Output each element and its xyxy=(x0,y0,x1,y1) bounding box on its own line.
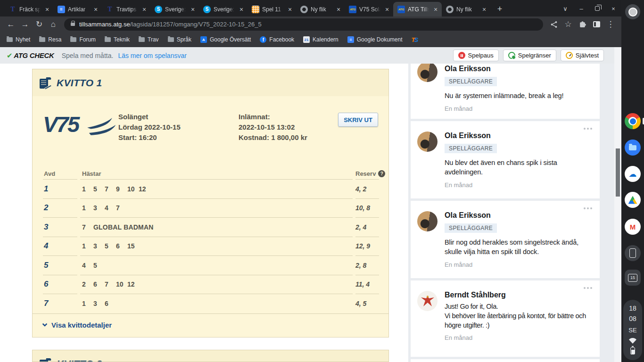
browser-tab[interactable]: Ny flik × xyxy=(296,2,345,16)
gmail-app-icon[interactable]: M xyxy=(625,219,641,235)
browser-tab-active[interactable]: ATG ATG Tills × xyxy=(393,2,442,16)
tab-title: Fräck sp xyxy=(19,6,41,13)
spelpaus-button[interactable]: Spelpaus xyxy=(453,49,499,61)
comment-menu-kebab-icon[interactable] xyxy=(584,128,592,130)
browser-tab[interactable]: Ny flik × xyxy=(442,2,490,16)
bookmark-folder[interactable]: Trav xyxy=(139,36,159,43)
show-receipt-details-link[interactable]: Visa kvittodetaljer xyxy=(51,321,112,329)
new-tab-button[interactable]: + xyxy=(493,2,506,16)
home-icon[interactable]: ⌂ xyxy=(46,18,60,31)
sjalvtest-button[interactable]: Självtest xyxy=(561,49,604,61)
reload-icon[interactable]: ↻ xyxy=(32,18,46,31)
avatar[interactable] xyxy=(417,132,438,152)
window-close-button[interactable]: × xyxy=(605,1,621,16)
bookmark-google-translate[interactable]: AGoogle Översätt xyxy=(200,36,251,43)
tab-close-icon[interactable]: × xyxy=(480,6,488,13)
race-date: Lördag 2022-10-15 xyxy=(118,122,239,132)
browser-tab[interactable]: S Sverige: × xyxy=(199,2,248,16)
system-status-area[interactable]: 18 08 SE xyxy=(623,300,642,360)
tab-close-icon[interactable]: × xyxy=(335,6,342,13)
bookmark-facebook[interactable]: fFacebook xyxy=(260,36,294,43)
extensions-puzzle-icon[interactable] xyxy=(575,18,589,31)
bookmark-folder[interactable]: Resa xyxy=(39,36,61,43)
tab-close-icon[interactable]: × xyxy=(238,6,245,13)
leg-number: 6 xyxy=(44,280,48,289)
print-button[interactable]: SKRIV UT xyxy=(338,113,378,127)
restore-icon xyxy=(595,6,600,11)
cost-value: Kostnad: 1 800,00 kr xyxy=(239,132,338,143)
tab-title: ATG Tills xyxy=(408,6,429,13)
limits-icon xyxy=(508,52,515,59)
window-minimize-button[interactable]: – xyxy=(573,1,589,16)
avatar[interactable] xyxy=(417,211,438,231)
tab-close-icon[interactable]: × xyxy=(432,6,439,13)
calendar-app-icon[interactable]: 15 xyxy=(625,270,641,286)
address-bar[interactable]: tillsammans.atg.se/lagsida/181257/omgang… xyxy=(64,18,543,31)
browser-tab[interactable]: ≡ Artiklar × xyxy=(53,2,102,16)
browser-tab[interactable]: ATG V75 Solä × xyxy=(345,2,393,16)
bookmark-label: Trav xyxy=(148,36,159,43)
browser-tab[interactable]: T Fräck sp × xyxy=(5,2,53,16)
t-logo-favicon: T xyxy=(9,6,17,13)
facebook-icon: f xyxy=(260,36,266,43)
reserve-numbers: 4, 5 xyxy=(355,300,366,307)
receipt-card-2: KVITTO 2 xyxy=(32,350,389,362)
receipt-summary-row: V75 Solänget Lördag 2022-10-15 Start: 16… xyxy=(43,112,378,168)
browser-tab[interactable]: S Sverige: × xyxy=(150,2,199,16)
col-header-reserve: Reserv? xyxy=(355,168,379,180)
browser-menu-kebab-icon[interactable]: ⋮ xyxy=(603,18,618,31)
help-icon[interactable]: ? xyxy=(378,170,385,177)
browser-window: T Fräck sp × ≡ Artiklar × T Travtips × S… xyxy=(0,0,621,362)
phone-app-icon[interactable] xyxy=(625,245,641,261)
tab-close-icon[interactable]: × xyxy=(43,6,51,13)
bookmark-star-icon[interactable]: ☆ xyxy=(561,18,575,31)
comment-menu-kebab-icon[interactable] xyxy=(584,207,592,209)
tab-close-icon[interactable]: × xyxy=(286,6,294,13)
bookmark-folder[interactable]: Teknik xyxy=(105,36,130,43)
tab-close-icon[interactable]: × xyxy=(92,6,99,13)
comment-menu-kebab-icon[interactable] xyxy=(584,287,592,289)
chrome-app-icon[interactable] xyxy=(625,113,641,129)
comment-author: Ola Eriksson xyxy=(445,211,592,219)
bookmark-label: Teknik xyxy=(114,36,130,43)
bookmark-label: Språk xyxy=(177,36,191,43)
bookmark-folder[interactable]: Språk xyxy=(168,36,191,43)
eagle-emblem-icon xyxy=(421,295,435,307)
tab-close-icon[interactable]: × xyxy=(383,6,391,13)
tab-close-icon[interactable]: × xyxy=(189,6,197,13)
back-icon[interactable]: ← xyxy=(4,18,18,31)
receipt-body: V75 Solänget Lördag 2022-10-15 Start: 16… xyxy=(33,96,388,337)
screen-record-indicator-icon[interactable] xyxy=(625,4,640,19)
onedrive-app-icon[interactable]: ☁ xyxy=(625,166,641,182)
bookmark-folder[interactable]: Forum xyxy=(70,36,96,43)
scrollbar-thumb[interactable] xyxy=(616,148,620,197)
spelgranser-button[interactable]: Spelgränser xyxy=(503,49,556,61)
avatar[interactable] xyxy=(417,291,438,311)
window-restore-button[interactable] xyxy=(589,1,605,16)
bookmark-google-docs[interactable]: ≡Google Dokument xyxy=(347,36,403,43)
avatar[interactable] xyxy=(417,64,438,82)
google-drive-app-icon[interactable] xyxy=(625,192,641,208)
table-row: 5 45 2, 8 xyxy=(43,256,378,275)
browser-tab[interactable]: T Travtips × xyxy=(102,2,150,16)
files-app-icon[interactable] xyxy=(625,140,641,156)
share-icon[interactable] xyxy=(547,18,561,31)
folder-icon xyxy=(7,37,13,42)
horse-name: GLOBAL BADMAN xyxy=(93,223,154,231)
responsible-gaming-link[interactable]: Läs mer om spelansvar xyxy=(118,52,187,59)
bookmark-ts[interactable]: TS xyxy=(412,36,419,43)
bookmarks-bar: Nyhet Resa Forum Teknik Trav Språk AGoog… xyxy=(0,32,621,47)
submitted-label: Inlämnat: xyxy=(239,112,338,122)
bookmark-calendar[interactable]: 21Kalendern xyxy=(303,36,339,43)
tab-close-icon[interactable]: × xyxy=(140,6,148,13)
browser-tab[interactable]: Spel 11 × xyxy=(248,2,296,16)
reserve-numbers: 10, 8 xyxy=(355,204,370,212)
new-tab-favicon xyxy=(446,6,454,13)
tab-search-chevron-icon[interactable]: ∨ xyxy=(557,1,573,16)
tab-title: Ny flik xyxy=(456,6,478,13)
receipt-footer: Visa kvittodetaljer xyxy=(33,313,388,337)
forward-icon[interactable]: → xyxy=(18,18,32,31)
bookmark-folder[interactable]: Nyhet xyxy=(7,36,30,43)
side-panel-icon[interactable] xyxy=(589,18,603,31)
leg-number: 7 xyxy=(44,299,48,308)
